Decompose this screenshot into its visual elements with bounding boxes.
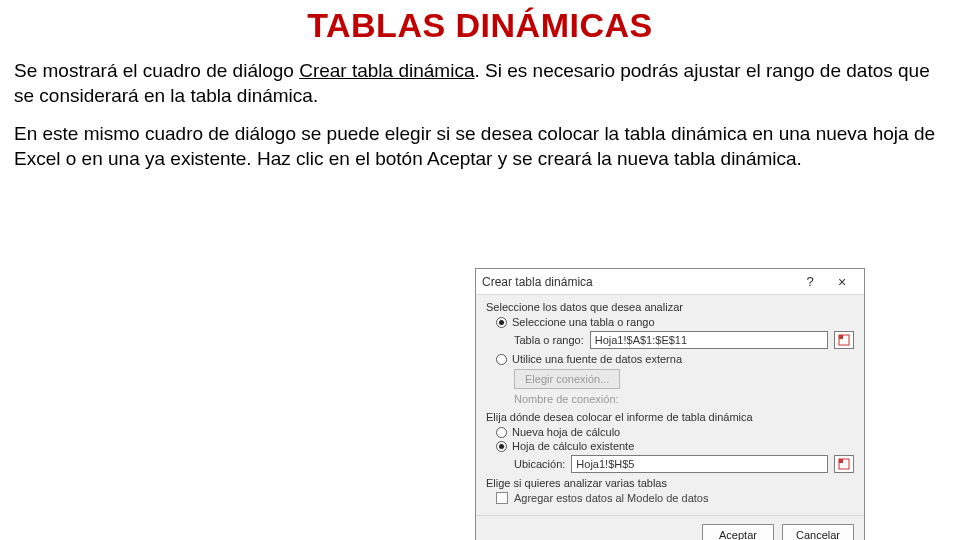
cancel-button[interactable]: Cancelar	[782, 524, 854, 540]
dialog-title: Crear tabla dinámica	[482, 275, 794, 289]
range-label: Tabla o rango:	[514, 334, 584, 346]
dialog-titlebar: Crear tabla dinámica ? ×	[476, 269, 864, 295]
close-button[interactable]: ×	[826, 274, 858, 290]
radio-icon	[496, 354, 507, 365]
checkbox-icon	[496, 492, 508, 504]
intro-paragraph-2: En este mismo cuadro de diálogo se puede…	[14, 122, 944, 171]
add-to-model-label: Agregar estos datos al Modelo de datos	[514, 492, 708, 504]
range-picker-button[interactable]	[834, 331, 854, 349]
intro-paragraph-1: Se mostrará el cuadro de diálogo Crear t…	[14, 59, 944, 108]
location-input[interactable]: Hoja1!$H$5	[571, 455, 828, 473]
radio-icon	[496, 317, 507, 328]
svg-rect-3	[839, 459, 843, 463]
option-select-range-label: Seleccione una tabla o rango	[512, 316, 655, 328]
p1-underline: Crear tabla dinámica	[299, 60, 474, 81]
option-external-source-label: Utilice una fuente de datos externa	[512, 353, 682, 365]
location-picker-button[interactable]	[834, 455, 854, 473]
radio-icon	[496, 427, 507, 438]
help-button[interactable]: ?	[794, 274, 826, 289]
dialog-body: Seleccione los datos que desea analizar …	[476, 295, 864, 515]
connection-name-label: Nombre de conexión:	[514, 393, 854, 405]
option-new-sheet-label: Nueva hoja de cálculo	[512, 426, 620, 438]
section-multiple-tables: Elige si quieres analizar varias tablas	[486, 477, 854, 489]
location-field-row: Ubicación: Hoja1!$H$5	[514, 455, 854, 473]
section-placement: Elija dónde desea colocar el informe de …	[486, 411, 854, 423]
range-input[interactable]: Hoja1!$A$1:$E$11	[590, 331, 828, 349]
range-field-row: Tabla o rango: Hoja1!$A$1:$E$11	[514, 331, 854, 349]
p1-pre: Se mostrará el cuadro de diálogo	[14, 60, 299, 81]
ok-button[interactable]: Aceptar	[702, 524, 774, 540]
create-pivot-dialog: Crear tabla dinámica ? × Seleccione los …	[475, 268, 865, 540]
dialog-button-bar: Aceptar Cancelar	[476, 515, 864, 540]
add-to-model-row[interactable]: Agregar estos datos al Modelo de datos	[496, 492, 854, 504]
range-picker-icon	[838, 458, 850, 470]
range-picker-icon	[838, 334, 850, 346]
radio-icon	[496, 441, 507, 452]
option-existing-sheet[interactable]: Hoja de cálculo existente	[496, 440, 854, 452]
option-select-range[interactable]: Seleccione una tabla o rango	[496, 316, 854, 328]
choose-connection-button: Elegir conexión...	[514, 369, 620, 389]
option-existing-sheet-label: Hoja de cálculo existente	[512, 440, 634, 452]
option-new-sheet[interactable]: Nueva hoja de cálculo	[496, 426, 854, 438]
page-title: TABLAS DINÁMICAS	[0, 6, 960, 45]
section-select-data: Seleccione los datos que desea analizar	[486, 301, 854, 313]
option-external-source[interactable]: Utilice una fuente de datos externa	[496, 353, 854, 365]
location-label: Ubicación:	[514, 458, 565, 470]
svg-rect-1	[839, 335, 843, 339]
